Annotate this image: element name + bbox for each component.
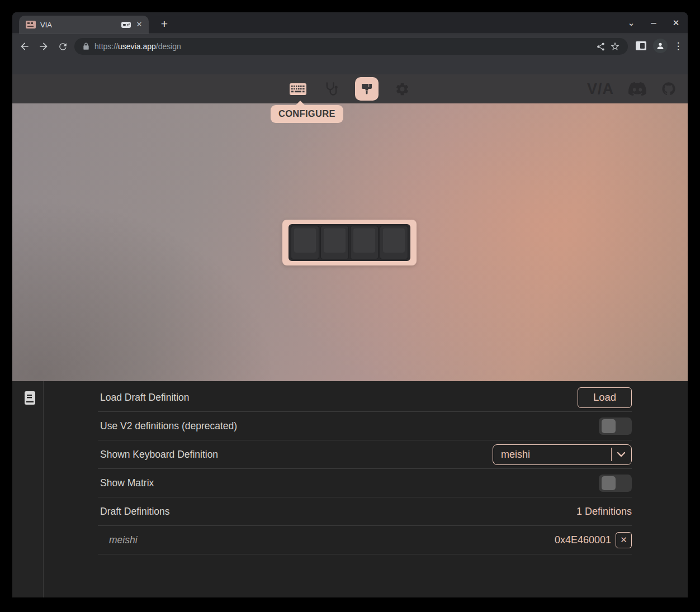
draft-item-row: meishi 0x4E460001 ✕ [98, 526, 632, 554]
keyboard-icon [290, 83, 306, 95]
minimize-button[interactable]: – [645, 15, 662, 31]
tab-search-chevron-icon[interactable]: ⌄ [623, 15, 640, 31]
shown-definition-row: Shown Keyboard Definition meishi [98, 440, 632, 469]
bookmark-star-button[interactable] [608, 39, 622, 54]
keycap-top [353, 229, 375, 253]
via-logo: V/A [587, 80, 614, 98]
keycap-top [324, 229, 346, 253]
select-divider [611, 448, 612, 461]
lock-icon [82, 42, 90, 51]
design-stage: CONFIGURE [12, 103, 688, 381]
toggle-knob [602, 419, 616, 433]
tab-key-tester[interactable] [321, 79, 342, 99]
tab-settings[interactable] [392, 79, 412, 99]
close-window-button[interactable]: ✕ [668, 15, 684, 31]
definitions-menu-icon[interactable] [22, 390, 37, 406]
tab-close-icon[interactable]: ✕ [134, 20, 144, 30]
panel-sidebar [12, 381, 44, 597]
via-favicon [26, 21, 36, 29]
definition-select-value: meishi [501, 449, 611, 461]
profile-avatar[interactable] [653, 39, 668, 53]
url-text: https://usevia.app/design [94, 42, 593, 51]
back-button[interactable] [17, 39, 32, 54]
v2-definitions-toggle[interactable] [599, 418, 632, 435]
browser-tab[interactable]: VIA ✕ [19, 16, 149, 34]
draft-definitions-label: Draft Definitions [100, 506, 170, 518]
hid-device-indicator-icon [121, 22, 131, 28]
keyboard-preview[interactable] [282, 220, 417, 265]
forward-button[interactable] [36, 39, 51, 54]
toggle-knob [602, 476, 616, 490]
tab-design-active[interactable] [355, 77, 379, 101]
url-host: usevia.app [118, 42, 156, 51]
tab-strip: VIA ✕ + ⌄ – ✕ [12, 12, 688, 34]
keycap[interactable] [320, 226, 349, 259]
keycap-top [294, 229, 316, 253]
show-matrix-label: Show Matrix [100, 477, 154, 489]
remove-draft-button[interactable]: ✕ [616, 532, 632, 548]
chevron-down-icon [617, 452, 626, 457]
show-matrix-row: Show Matrix [98, 469, 632, 497]
keycap-top [383, 229, 405, 253]
discord-icon[interactable] [628, 82, 646, 96]
keyboard-keys [288, 224, 410, 261]
shown-definition-label: Shown Keyboard Definition [100, 449, 218, 461]
browser-menu-button[interactable]: ⋮ [672, 40, 684, 52]
draft-item-id: 0x4E460001 [555, 534, 611, 546]
v2-definitions-row: Use V2 definitions (deprecated) [98, 412, 632, 440]
browser-window: VIA ✕ + ⌄ – ✕ [12, 12, 688, 597]
tab-title: VIA [40, 21, 121, 29]
keycap[interactable] [291, 226, 319, 259]
gear-icon [395, 82, 410, 97]
configure-tooltip: CONFIGURE [271, 105, 343, 123]
url-scheme: https:// [94, 42, 118, 51]
load-draft-row: Load Draft Definition Load [98, 383, 632, 412]
draft-definitions-count: 1 Definitions [576, 506, 632, 518]
definition-select[interactable]: meishi [493, 444, 632, 465]
new-tab-button[interactable]: + [157, 17, 172, 32]
reload-button[interactable] [55, 39, 70, 54]
draft-item-name: meishi [100, 534, 138, 546]
github-icon[interactable] [661, 81, 677, 97]
design-panel: Load Draft Definition Load Use V2 defini… [12, 381, 688, 597]
tab-configure[interactable] [288, 79, 308, 99]
show-matrix-toggle[interactable] [599, 475, 632, 492]
share-button[interactable] [593, 39, 608, 54]
url-path: /design [156, 42, 181, 51]
keycap[interactable] [350, 226, 379, 259]
draft-definitions-row: Draft Definitions 1 Definitions [98, 497, 632, 526]
paintbrush-icon [360, 82, 373, 96]
side-panel-button[interactable] [633, 38, 649, 54]
keycap[interactable] [380, 226, 408, 259]
address-bar[interactable]: https://usevia.app/design [74, 38, 628, 55]
stethoscope-icon [324, 81, 339, 97]
via-nav-bar: V/A [12, 74, 688, 103]
browser-toolbar: https://usevia.app/design ⋮ [12, 34, 688, 74]
v2-definitions-label: Use V2 definitions (deprecated) [100, 420, 237, 432]
load-draft-label: Load Draft Definition [100, 392, 190, 404]
load-button[interactable]: Load [578, 387, 632, 408]
